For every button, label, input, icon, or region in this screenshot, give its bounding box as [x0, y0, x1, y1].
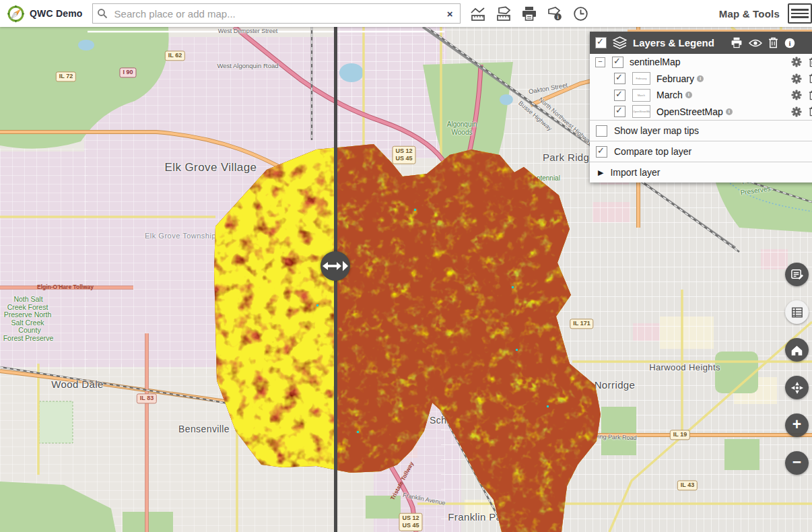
topbar-right: Map & Tools — [719, 3, 812, 24]
import-layer-label: Import layer — [610, 167, 660, 178]
layer-checkbox[interactable] — [612, 57, 623, 68]
panel-title: Layers & Legend — [633, 37, 714, 48]
layer-remove-icon[interactable] — [809, 57, 812, 67]
attribute-table-button[interactable] — [785, 300, 809, 324]
print-legend-icon[interactable] — [731, 37, 743, 48]
option-compare-top-layer[interactable]: Compare top layer — [590, 141, 812, 162]
layer-label[interactable]: OpenStreetMap — [656, 106, 723, 117]
panel-info-icon[interactable]: i — [784, 38, 795, 48]
layer-info-icon[interactable]: i — [697, 75, 704, 82]
minus-icon: − — [792, 455, 801, 470]
layer-checkbox[interactable] — [614, 73, 625, 84]
zoom-in-button[interactable]: + — [785, 413, 809, 437]
layer-info-icon[interactable]: i — [726, 108, 733, 115]
expander-arrow-icon: ▶ — [598, 168, 603, 177]
search-input[interactable] — [112, 8, 440, 20]
zoom-out-button[interactable]: − — [785, 451, 809, 475]
compare-slider-handle[interactable] — [320, 251, 350, 281]
layers-panel: Layers & Legend i — [590, 32, 812, 182]
layer-legend-thumbnail: February — [632, 72, 650, 85]
option-show-map-tips[interactable]: Show layer map tips — [590, 120, 812, 141]
search-icon — [93, 8, 112, 19]
collapse-toggle-icon[interactable]: − — [595, 57, 605, 67]
layer-info-icon[interactable]: i — [685, 92, 692, 98]
visibility-eye-icon[interactable] — [749, 38, 762, 48]
layer-label[interactable]: February — [656, 73, 694, 84]
edit-note-button[interactable] — [785, 263, 809, 286]
measure-line-icon[interactable] — [470, 6, 486, 22]
search-box[interactable]: × — [92, 3, 461, 24]
menu-label: Map & Tools — [719, 8, 780, 20]
print-icon[interactable] — [521, 6, 537, 22]
measure-area-icon[interactable] — [496, 6, 512, 22]
layer-remove-icon[interactable] — [809, 90, 812, 100]
menu-button[interactable] — [788, 3, 812, 24]
compass-logo-icon — [7, 5, 25, 23]
layer-settings-gear-icon[interactable] — [791, 106, 802, 117]
import-layer-expander[interactable]: ▶ Import layer — [590, 162, 812, 182]
search-clear-icon[interactable]: × — [440, 8, 460, 20]
zoom-home-button[interactable] — [785, 338, 809, 362]
layers-stack-icon — [613, 36, 627, 49]
plus-icon: + — [792, 417, 801, 432]
layer-settings-gear-icon[interactable] — [791, 57, 802, 67]
top-bar: QWC Demo × — [0, 0, 812, 27]
layer-label[interactable]: sentinelMap — [630, 57, 681, 67]
locate-button[interactable] — [785, 376, 809, 399]
layers-panel-body: − sentinelMap — [590, 54, 812, 182]
layer-checkbox[interactable] — [614, 90, 625, 101]
layer-legend-thumbnail: March — [632, 89, 650, 102]
layer-settings-gear-icon[interactable] — [791, 73, 802, 84]
app-title: QWC Demo — [30, 8, 83, 19]
layer-row-march[interactable]: March March i — [590, 87, 812, 104]
layer-checkbox[interactable] — [614, 106, 625, 117]
time-icon[interactable] — [573, 6, 588, 22]
identify-region-icon[interactable]: i — [547, 6, 564, 22]
toolbar: i — [470, 6, 588, 22]
compare-checkbox[interactable] — [596, 146, 607, 158]
layer-row-sentinelmap[interactable]: − sentinelMap — [590, 54, 812, 71]
qwc-app: { "app": {"brand": "QWC Demo", "menu_lab… — [0, 0, 812, 532]
layers-panel-header: Layers & Legend i — [590, 32, 812, 54]
remove-all-layers-icon[interactable] — [768, 37, 778, 48]
layer-settings-gear-icon[interactable] — [791, 90, 802, 100]
panel-visibility-checkbox[interactable] — [595, 37, 607, 48]
layer-legend-thumbnail: OpenStreetMap — [632, 105, 650, 118]
layer-row-openstreetmap[interactable]: OpenStreetMap OpenStreetMap i — [590, 104, 812, 121]
resize-horizontal-icon — [320, 251, 350, 281]
layer-row-february[interactable]: February February i — [590, 71, 812, 88]
layer-remove-icon[interactable] — [809, 73, 812, 84]
layer-remove-icon[interactable] — [809, 106, 812, 117]
option-label: Show layer map tips — [614, 125, 699, 136]
layer-label[interactable]: March — [656, 90, 683, 100]
app-logo[interactable]: QWC Demo — [0, 5, 92, 23]
svg-text:i: i — [788, 39, 790, 47]
option-label: Compare top layer — [614, 146, 691, 157]
maptips-checkbox[interactable] — [596, 125, 607, 137]
